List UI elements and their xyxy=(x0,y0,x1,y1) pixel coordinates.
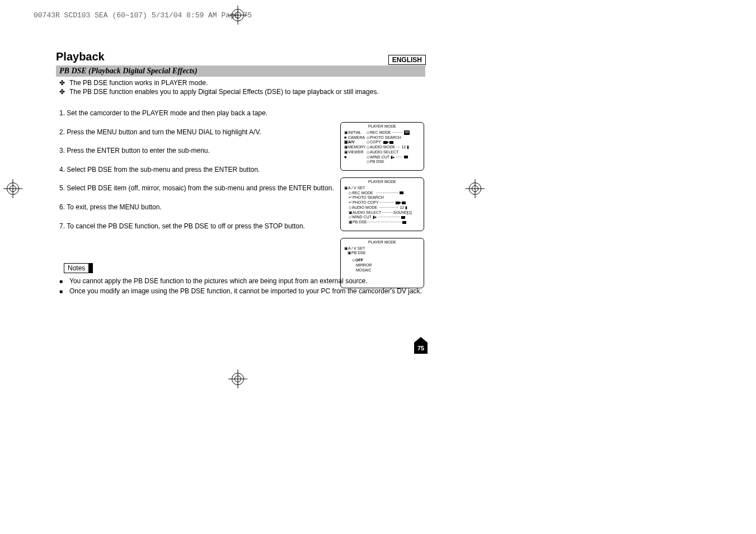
intro-text: The PB DSE function enables you to apply… xyxy=(69,88,379,96)
osd-row-label: AUDIO MODE xyxy=(352,205,377,209)
osd-row-label: REC MODE xyxy=(352,191,373,195)
folder-icon: ▣ xyxy=(344,130,348,135)
osd-sub-sub: PB DSE xyxy=(351,251,366,255)
card-icon xyxy=(389,141,393,144)
osd-left-item: VIEWER xyxy=(348,150,364,154)
folder-icon: ▣ xyxy=(344,246,348,251)
notes-label: Notes xyxy=(64,263,93,273)
folder-icon: ▣ xyxy=(349,210,353,216)
osd-right-label: COPY xyxy=(370,140,381,144)
osd-title: PLAYER MODE xyxy=(341,238,424,246)
folder-icon: ▣ xyxy=(344,186,348,191)
folder-icon: ▣ xyxy=(344,145,348,150)
osd-row-label: PHOTO COPY xyxy=(353,200,378,204)
osd-panel-av-set: PLAYER MODE ▣A / V SET ◇REC MODE ·······… xyxy=(340,177,424,231)
bullet-icon: ✤ xyxy=(59,79,69,87)
card-icon xyxy=(402,202,406,204)
folder-icon: ▣ xyxy=(344,150,348,155)
bit-icon: ▮ xyxy=(407,145,409,149)
osd-right-val: 12 xyxy=(401,145,406,149)
osd-row-val: 12 xyxy=(400,205,404,209)
osd-sub-head: A / V SET xyxy=(348,186,365,190)
print-slug-line: 00743R SCD103 SEA (60~107) 5/31/04 8:59 … xyxy=(34,11,252,20)
tape-icon xyxy=(383,141,387,144)
page-number-badge: 75 xyxy=(414,343,428,354)
osd-left-item: A/V xyxy=(348,140,355,144)
step-item: Set the camcorder to the PLAYER mode and… xyxy=(59,109,425,118)
registration-mark-icon xyxy=(466,179,485,198)
registration-mark-icon xyxy=(3,179,22,198)
osd-row-label: PHOTO SEARCH xyxy=(353,195,384,199)
osd-panel-pb-dse: PLAYER MODE ▣A / V SET ▣PB DSE ◇OFF MIRR… xyxy=(340,238,424,288)
osd-title: PLAYER MODE xyxy=(341,123,424,130)
sp-badge: SP xyxy=(404,130,410,135)
osd-panel-main-menu: PLAYER MODE ▣INITIAL ■CAMERA ▣A/V ▣MEMOR… xyxy=(340,122,424,171)
osd-left-item: INITIAL xyxy=(348,130,361,134)
bullet-icon: ✤ xyxy=(59,88,69,96)
osd-row-label: AUDIO SELECT xyxy=(353,210,381,214)
folder-icon: ▣ xyxy=(348,251,351,256)
wind-icon: ▮▸ xyxy=(373,215,377,219)
bit-icon: ▮ xyxy=(405,205,407,209)
registration-mark-icon xyxy=(228,369,247,388)
value-icon xyxy=(400,191,403,194)
osd-title: PLAYER MODE xyxy=(341,178,424,186)
section-header: PB DSE (Playback Digital Special Effects… xyxy=(56,65,425,77)
osd-right-label: REC MODE xyxy=(370,130,391,134)
square-bullet-icon: ■ xyxy=(59,287,69,296)
osd-option: MOSAIC xyxy=(352,268,424,273)
square-bullet-icon: ■ xyxy=(59,277,69,285)
osd-right-label: PHOTO SEARCH xyxy=(370,135,401,139)
osd-row-label: WIND CUT xyxy=(352,215,372,219)
osd-right-label: AUDIO SELECT xyxy=(370,150,398,154)
osd-illustrations: PLAYER MODE ▣INITIAL ■CAMERA ▣A/V ▣MEMOR… xyxy=(340,122,424,295)
off-icon xyxy=(401,216,405,219)
tape-icon xyxy=(396,202,400,204)
return-icon: ↵ xyxy=(349,195,353,200)
registration-mark-icon xyxy=(228,6,247,25)
value-icon xyxy=(402,221,406,224)
wind-icon: ▮▸ xyxy=(391,155,395,159)
osd-right-label: PB DSE xyxy=(370,160,384,163)
square-bullet-icon: ■ xyxy=(344,155,348,160)
intro-text: The PB DSE function works in PLAYER mode… xyxy=(69,79,208,87)
return-icon: ↵ xyxy=(349,200,353,205)
square-bullet-icon: ■ xyxy=(344,135,348,140)
osd-right-label: WIND CUT xyxy=(370,155,389,159)
osd-left-item: CAMERA xyxy=(348,135,365,139)
osd-left-item: MEMORY xyxy=(348,145,365,149)
intro-block: ✤ The PB DSE function works in PLAYER mo… xyxy=(59,79,425,96)
folder-icon: ▣ xyxy=(344,140,348,145)
osd-option: OFF xyxy=(355,258,363,262)
page-title: Playback xyxy=(56,50,425,63)
folder-icon: ▣ xyxy=(349,220,353,225)
off-icon xyxy=(404,156,408,158)
osd-right-label: AUDIO MODE xyxy=(370,145,395,149)
osd-option: MIRROR xyxy=(352,263,424,268)
osd-row-label: PB DSE xyxy=(353,220,367,224)
osd-row-val: SOUND[1] xyxy=(393,210,412,214)
osd-sub-head: A / V SET xyxy=(348,246,365,250)
note-text: You cannot apply the PB DSE function to … xyxy=(69,277,368,285)
